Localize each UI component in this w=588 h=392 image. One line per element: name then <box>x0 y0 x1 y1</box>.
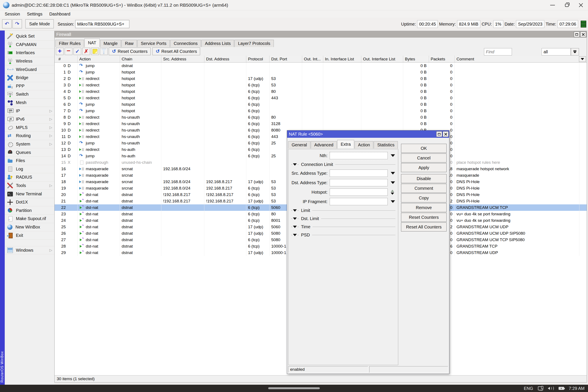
sidebar-item-system[interactable]: System▷ <box>5 140 54 148</box>
section-limit[interactable]: --Limit <box>288 206 398 214</box>
dialog-tab-advanced[interactable]: Advanced <box>311 141 337 148</box>
sidebar-item-files[interactable]: Files <box>5 157 54 165</box>
sidebar-item-switch[interactable]: Switch <box>5 90 54 99</box>
sidebar-item-queues[interactable]: Queues <box>5 148 54 157</box>
sidebar-item-wireless[interactable]: Wireless <box>5 57 54 66</box>
table-row[interactable]: 2Dredirecthotspot17 (udp)530 B0 <box>54 76 587 82</box>
table-row[interactable]: 3Dredirecthotspot6 (tcp)530 B0 <box>54 82 587 88</box>
reset-counters-button[interactable]: ↺Reset Counters <box>109 48 151 55</box>
tab-connections[interactable]: Connections <box>170 40 201 47</box>
sidebar-item-wireguard[interactable]: WireGuard <box>5 65 54 74</box>
nth-dropdown-icon[interactable] <box>391 154 395 157</box>
sidebar-item-make-supout-rif[interactable]: Make Supout.rif <box>5 215 54 223</box>
src-address-type-input[interactable] <box>330 170 388 177</box>
volume-icon[interactable] <box>548 386 554 390</box>
sidebar-item-mpls[interactable]: MPLS▷ <box>5 124 54 132</box>
section-psd[interactable]: --PSD <box>288 231 398 239</box>
firewall-close-icon[interactable] <box>580 32 586 37</box>
column-header[interactable]: Out. Int... <box>302 56 323 62</box>
nth-input[interactable] <box>330 152 388 159</box>
tab-nat[interactable]: NAT <box>84 38 100 47</box>
disable-button[interactable]: Disable <box>401 174 446 183</box>
sidebar-item-exit[interactable]: Exit <box>5 231 54 240</box>
menu-settings[interactable]: Settings <box>24 10 46 18</box>
sidebar-item-mesh[interactable]: Mesh <box>5 99 54 107</box>
src-address-type-dropdown-icon[interactable] <box>391 172 395 174</box>
comment-button[interactable] <box>91 48 99 55</box>
find-input[interactable] <box>484 48 512 56</box>
tab-mangle[interactable]: Mangle <box>100 40 121 47</box>
sidebar-item-radius[interactable]: RADIUS <box>5 173 54 182</box>
sidebar-item-routing[interactable]: Routing▷ <box>5 132 54 140</box>
cancel-button[interactable]: Cancel <box>401 154 446 162</box>
hotspot-input[interactable] <box>330 188 388 196</box>
disable-rule-button[interactable]: ✗ <box>82 48 90 55</box>
table-row[interactable]: 8Dredirecths-unauth6 (tcp)800 B0 <box>54 114 587 120</box>
sidebar-item-log[interactable]: Log <box>5 165 54 174</box>
firewall-restore-icon[interactable] <box>574 32 580 37</box>
remove-rule-button[interactable]: − <box>65 48 72 55</box>
hotspot-spinner[interactable] <box>391 190 394 195</box>
sidebar-item-new-winbox[interactable]: New WinBox <box>5 223 54 232</box>
column-header[interactable]: Chain <box>120 56 162 62</box>
firewall-titlebar[interactable]: Firewall <box>54 31 587 38</box>
tab-filter-rules[interactable]: Filter Rules <box>56 40 84 47</box>
dialog-tab-general[interactable]: General <box>288 141 310 148</box>
apply-button[interactable]: Apply <box>401 163 446 172</box>
table-row[interactable]: 5Dredirecthotspot6 (tcp)4430 B0 <box>54 95 587 101</box>
dialog-titlebar[interactable]: NAT Rule <5060> <box>287 130 449 138</box>
session-field[interactable]: MikroTik RB5009UG+S+ <box>75 20 130 28</box>
filter-scope-dropdown-icon[interactable] <box>571 48 579 56</box>
dialog-tab-action[interactable]: Action <box>354 141 374 148</box>
enable-rule-button[interactable]: ✓ <box>74 48 81 55</box>
safe-mode-button[interactable]: Safe Mode <box>25 19 54 28</box>
sidebar-item-ip[interactable]: IP▷ <box>5 107 54 115</box>
remove-button[interactable]: Remove <box>401 203 446 212</box>
sidebar-item-windows[interactable]: Windows▷ <box>5 246 54 254</box>
column-header[interactable]: Comment <box>455 56 580 62</box>
dialog-tab-statistics[interactable]: Statistics <box>374 141 398 148</box>
dialog-tab-extra[interactable]: Extra <box>337 140 354 148</box>
table-row[interactable]: 9Dredirecths-unauth6 (tcp)31280 B0 <box>54 120 587 127</box>
table-row[interactable]: 1Djumphotspot0 B0 <box>54 69 587 76</box>
reset-counters-button[interactable]: Reset Counters <box>401 213 446 222</box>
comment-button[interactable]: Comment <box>401 184 446 193</box>
language-indicator[interactable]: ENG <box>524 386 533 391</box>
table-row[interactable]: 0Djumpdstnat0 B0 <box>54 62 587 69</box>
add-rule-button[interactable]: + <box>56 48 64 55</box>
tab-service-ports[interactable]: Service Ports <box>137 40 170 47</box>
network-icon[interactable] <box>538 386 543 390</box>
column-header[interactable]: Out. Interface List <box>361 56 403 62</box>
column-header[interactable]: In. Interface List <box>323 56 361 62</box>
section-dst-limit[interactable]: --Dst. Limit <box>288 214 398 223</box>
undo-button[interactable]: ↶ <box>2 19 12 28</box>
table-row[interactable]: 4Dredirecthotspot6 (tcp)800 B0 <box>54 88 587 95</box>
ip-fragment-dropdown-icon[interactable] <box>391 200 395 203</box>
sidebar-item-ppp[interactable]: PPP <box>5 82 54 90</box>
sidebar-item-ipv6[interactable]: IPv6▷ <box>5 115 54 124</box>
copy-button[interactable]: Copy <box>401 194 446 202</box>
menu-dashboard[interactable]: Dashboard <box>46 10 74 18</box>
sidebar-item-bridge[interactable]: Bridge <box>5 74 54 82</box>
section-connection-limit[interactable]: --Connection Limit <box>288 160 398 168</box>
column-header[interactable]: Protocol <box>246 56 270 62</box>
tab-raw[interactable]: Raw <box>122 40 137 47</box>
table-row[interactable]: 6Djumphotspot6 (tcp)0 B0 <box>54 101 587 108</box>
section-time[interactable]: --Time <box>288 223 398 231</box>
column-header[interactable]: Src. Address <box>162 56 204 62</box>
tab-layer7-protocols[interactable]: Layer7 Protocols <box>234 40 274 47</box>
table-row[interactable]: 7Djumphotspot6 (tcp)0 B0 <box>54 108 587 114</box>
filter-scope-select[interactable]: all <box>542 48 571 56</box>
sidebar-item-partition[interactable]: Partition <box>5 206 54 215</box>
dialog-restore-icon[interactable] <box>436 131 442 137</box>
menu-session[interactable]: Session <box>1 10 24 18</box>
reset-all-counters-button[interactable]: Reset All Counters <box>401 222 446 232</box>
ip-fragment-input[interactable] <box>330 198 388 205</box>
taskbar-handle[interactable] <box>268 387 320 389</box>
sidebar-item-dot1x[interactable]: Dot1X <box>5 198 54 206</box>
column-header[interactable]: Dst. Address <box>204 56 246 62</box>
sidebar-item-interfaces[interactable]: Interfaces <box>5 49 54 57</box>
sidebar-item-new-terminal[interactable]: New Terminal <box>5 190 54 198</box>
battery-icon[interactable] <box>558 387 564 390</box>
ok-button[interactable]: OK <box>401 144 446 153</box>
